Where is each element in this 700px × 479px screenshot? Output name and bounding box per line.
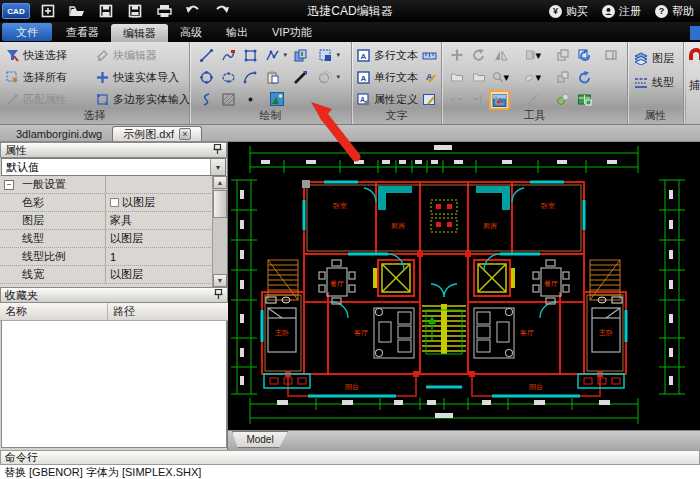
open-folder2-button[interactable] (470, 69, 487, 85)
property-row-color[interactable]: 色彩 以图层 (0, 194, 227, 212)
close-icon[interactable]: × (179, 128, 191, 140)
redo-button[interactable] (211, 2, 233, 20)
properties-scrollbar[interactable]: ▲ ▼ (212, 176, 227, 287)
ellipse-tool-button[interactable] (219, 68, 237, 86)
single-text-button[interactable]: A 单行文本 (357, 69, 418, 85)
new-folder-button[interactable] (448, 69, 465, 85)
section-row-general[interactable]: −一般设置 (0, 176, 227, 194)
block-insert-button[interactable]: ▾ (316, 46, 334, 64)
menu-file[interactable]: 文件 (2, 23, 52, 41)
paste-tool-button[interactable] (263, 68, 281, 86)
dim-angular-button[interactable] (492, 91, 509, 107)
favorites-panel: 收藏夹 名称 路径 (0, 287, 228, 448)
preset-dropdown[interactable]: 默认值 ▾ (1, 158, 226, 176)
menu-viewer[interactable]: 查看器 (54, 22, 111, 42)
point-tool-button[interactable] (241, 90, 259, 108)
scroll-thumb[interactable] (213, 190, 227, 218)
dropdown-caret-icon[interactable]: ▾ (535, 49, 541, 62)
attribute-define-button[interactable]: A 属性定义 (357, 91, 418, 107)
fade-entity-button[interactable]: ▾ (316, 68, 334, 86)
quick-select-button[interactable]: 快速选择 (6, 47, 67, 63)
favorites-list[interactable] (1, 321, 227, 448)
arc-tool-button[interactable] (241, 68, 259, 86)
array-button[interactable] (554, 69, 571, 85)
dropdown-caret-icon[interactable]: ▾ (283, 51, 287, 59)
zoom-tool-button[interactable]: ▾ (492, 69, 509, 85)
save-as-button[interactable] (124, 2, 146, 20)
rectangle-tool-button[interactable] (241, 46, 259, 64)
thick-line-button[interactable] (291, 68, 309, 86)
favorites-col-name[interactable]: 名称 (0, 303, 108, 320)
polygon-entity-input-button[interactable]: 多边形实体输入 (96, 91, 190, 107)
command-line-output[interactable]: 替换 [GBENOR] 字体为 [SIMPLEX.SHX] (0, 465, 700, 479)
edit-text-button[interactable] (420, 90, 438, 108)
menu-editor[interactable]: 编辑器 (111, 24, 168, 42)
copy-entities-button[interactable] (554, 47, 571, 63)
dropdown-caret-icon[interactable]: ▾ (336, 73, 340, 81)
update-entity-button[interactable] (576, 47, 593, 63)
text-scale-button[interactable] (420, 46, 438, 64)
property-row-layer[interactable]: 图层 家具 (0, 212, 227, 230)
select-all-button[interactable]: 选择所有 (6, 69, 67, 85)
panel-toggle-button[interactable] (602, 47, 619, 63)
save-button[interactable] (95, 2, 117, 20)
scroll-up-icon[interactable]: ▲ (213, 176, 227, 189)
dropdown-caret-icon[interactable]: ▾ (535, 71, 541, 84)
pin-icon[interactable] (213, 144, 222, 157)
print-button[interactable] (153, 2, 175, 20)
doc-tab-3dlamborgini[interactable]: 3dlamborgini.dwg (6, 126, 112, 141)
menu-output[interactable]: 输出 (214, 22, 260, 42)
mirror-button[interactable] (492, 47, 509, 63)
polyline-tool-button[interactable]: ▾ (263, 46, 281, 64)
help-button[interactable]: ? 帮助 (655, 4, 694, 19)
offset-button[interactable]: ▾ (524, 47, 541, 63)
spline-tool-button[interactable] (197, 90, 215, 108)
cad-drawing-canvas[interactable]: 卧室 卧室 厨房 厨房 餐厅 餐厅 客厅 客厅 主卧 主卧 阳台 阳台 (228, 142, 700, 430)
magnet-icon[interactable] (688, 48, 700, 68)
match-properties-button[interactable]: 匹配属性 (6, 91, 67, 107)
menu-vip[interactable]: VIP功能 (260, 22, 324, 42)
mtext-button[interactable]: A 多行文本 (357, 47, 418, 63)
menu-advanced[interactable]: 高级 (168, 22, 214, 42)
table-insert-button[interactable] (576, 91, 593, 107)
block-editor-button[interactable]: 块编辑器 (96, 47, 157, 63)
move-button[interactable] (448, 47, 465, 63)
copy-block-button[interactable] (291, 46, 309, 64)
ribbon-group-select: 快速选择 选择所有 匹配属性 块编辑器 快速实体导入 多边形实体输入 (0, 42, 190, 124)
property-row-ltscale[interactable]: 线型比例 1 (0, 248, 227, 266)
doc-tab-shiliitu[interactable]: 示例图.dxf × (112, 126, 202, 141)
sketch-tool-button[interactable] (219, 46, 237, 64)
line-tool-button[interactable] (197, 46, 215, 64)
favorites-col-path[interactable]: 路径 (108, 303, 135, 320)
layers-button[interactable]: 图层 (634, 50, 674, 66)
dim-aligned-button[interactable] (470, 91, 487, 107)
image-insert-button[interactable] (268, 90, 286, 108)
scroll-down-icon[interactable]: ▼ (213, 274, 227, 287)
erase-button[interactable]: ▾ (524, 69, 541, 85)
property-row-lineweight[interactable]: 线宽 以图层 (0, 266, 227, 284)
linetype-button[interactable]: 线型 (634, 74, 674, 90)
dropdown-caret-icon[interactable]: ▾ (336, 51, 340, 59)
hatch-tool-button[interactable] (219, 90, 237, 108)
dim-linear-button[interactable] (448, 91, 465, 107)
circle-tool-button[interactable] (197, 68, 215, 86)
undo-button[interactable] (182, 2, 204, 20)
collapse-icon[interactable]: − (4, 180, 14, 190)
property-row-linetype[interactable]: 线型 以图层 (0, 230, 227, 248)
quick-entity-import-button[interactable]: 快速实体导入 (96, 69, 179, 85)
register-button[interactable]: 注册 (602, 4, 641, 19)
properties-grid: −一般设置 色彩 以图层 图层 家具 线型 以图层 线型比例 1 (0, 176, 227, 287)
ribbon-group-properties: 图层 线型 属性 (628, 42, 684, 124)
model-tab[interactable]: Model (232, 431, 288, 448)
reload-button[interactable] (576, 69, 593, 85)
open-file-button[interactable] (66, 2, 88, 20)
dim-radius-button[interactable] (524, 91, 541, 107)
new-file-button[interactable] (37, 2, 59, 20)
buy-button[interactable]: ¥ 购买 (549, 4, 588, 19)
dropdown-caret-icon[interactable]: ▾ (503, 71, 509, 84)
chevron-down-icon[interactable]: ▾ (210, 159, 225, 175)
rotate-button[interactable] (470, 47, 487, 63)
spell-check-button[interactable]: A (420, 68, 438, 86)
pin-icon[interactable] (214, 289, 223, 302)
group-entities-button[interactable] (554, 91, 571, 107)
